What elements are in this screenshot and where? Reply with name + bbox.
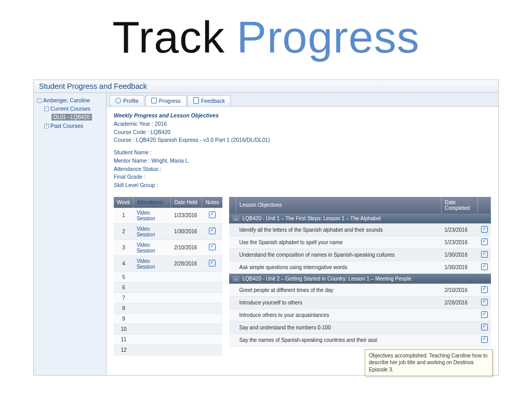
notes-cell[interactable]	[202, 223, 222, 240]
check-icon[interactable]	[481, 299, 488, 305]
col-week[interactable]: Week	[114, 197, 134, 208]
check-cell[interactable]	[478, 296, 491, 309]
check-cell[interactable]	[478, 236, 491, 248]
collapse-icon[interactable]: −	[37, 98, 42, 103]
tab-progress[interactable]: Progress	[145, 95, 187, 106]
objectives-table[interactable]: Lesson Objectives Date Completed ⌄LQB420…	[229, 197, 491, 347]
notes-icon[interactable]	[209, 228, 216, 234]
tree-past-courses[interactable]: + Past Courses	[43, 122, 104, 130]
attendance-cell[interactable]	[134, 303, 171, 313]
check-icon[interactable]	[481, 251, 488, 258]
notes-icon[interactable]	[209, 260, 216, 267]
date-completed-cell: 1/23/2016	[442, 223, 478, 236]
check-cell[interactable]	[478, 309, 491, 321]
course-value: LQB420 Spanish Express - v3.0 Part 1 (20…	[136, 137, 270, 143]
attendance-cell[interactable]: Video Session	[134, 240, 171, 256]
check-cell[interactable]	[478, 334, 491, 346]
code-label: Course Code :	[114, 129, 149, 135]
table-row[interactable]: 4Video Session2/28/2016	[114, 256, 222, 272]
student-tree[interactable]: − Amberger, Caroline − Current Courses D…	[36, 96, 104, 130]
check-icon[interactable]	[481, 226, 488, 233]
table-row[interactable]: 8	[114, 303, 222, 313]
notes-cell[interactable]	[202, 324, 222, 334]
objective-row[interactable]: Introduce others to your acquaintances	[229, 309, 491, 321]
objective-row[interactable]: Introduce yourself to others2/28/2016	[229, 296, 491, 309]
notes-cell[interactable]	[202, 256, 222, 272]
check-cell[interactable]	[478, 223, 491, 236]
check-icon[interactable]	[481, 311, 488, 318]
notes-cell[interactable]	[202, 313, 222, 324]
chevron-down-icon[interactable]: ⌄	[232, 216, 240, 221]
unit-header[interactable]: ⌄LQB420 - Unit 2 – Getting Started in Co…	[229, 273, 491, 284]
tree-course-leaf[interactable]: DL01 - LQB420	[50, 113, 104, 122]
col-notes[interactable]: Notes	[202, 197, 222, 208]
objective-row[interactable]: Use the Spanish alphabet to spell your n…	[229, 236, 491, 248]
date-completed-cell: 2/10/2016	[442, 284, 478, 296]
attendance-cell[interactable]	[134, 334, 171, 344]
tab-profile[interactable]: Profile	[110, 95, 144, 106]
objective-row[interactable]: Say and understand the numbers 0-100	[229, 321, 491, 334]
check-cell[interactable]	[478, 248, 491, 261]
col-date-held[interactable]: Date Held	[171, 197, 202, 208]
check-icon[interactable]	[481, 336, 488, 343]
weekly-table[interactable]: Week Attendance Date Held Notes 1Video S…	[114, 197, 223, 355]
check-icon[interactable]	[481, 263, 488, 270]
table-row[interactable]: 11	[114, 334, 222, 344]
notes-cell[interactable]	[202, 292, 222, 303]
table-row[interactable]: 9	[114, 313, 222, 324]
notes-cell[interactable]	[202, 334, 222, 344]
unit-header[interactable]: ⌄LQB420 - Unit 1 – The First Steps: Less…	[229, 214, 491, 224]
notes-cell[interactable]	[202, 272, 222, 282]
col-objective[interactable]: Lesson Objectives	[236, 197, 442, 214]
notes-cell[interactable]	[202, 282, 222, 292]
collapse-icon[interactable]: −	[44, 107, 49, 111]
tree-root[interactable]: − Amberger, Caroline	[36, 96, 104, 104]
table-row[interactable]: 5	[114, 272, 222, 282]
objective-row[interactable]: Ask simple questions using interrogative…	[229, 261, 491, 273]
window-title: Student Progress and Feedback	[34, 80, 498, 93]
attendance-cell[interactable]	[134, 272, 171, 282]
attendance-cell[interactable]: Video Session	[134, 256, 171, 272]
check-cell[interactable]	[478, 284, 491, 296]
table-row[interactable]: 7	[114, 292, 222, 303]
objective-row[interactable]: Say the names of Spanish-speaking countr…	[229, 334, 491, 346]
attendance-cell[interactable]	[134, 282, 171, 292]
table-row[interactable]: 10	[114, 324, 222, 334]
check-icon[interactable]	[481, 324, 488, 330]
notes-cell[interactable]	[202, 208, 222, 224]
check-cell[interactable]	[478, 321, 491, 334]
notes-icon[interactable]	[209, 244, 216, 250]
check-cell[interactable]	[478, 261, 491, 273]
tab-feedback[interactable]: Feedback	[188, 95, 231, 106]
notes-cell[interactable]	[202, 303, 222, 313]
table-row[interactable]: 1Video Session1/23/2016	[114, 208, 222, 224]
date-held-cell	[171, 282, 202, 292]
notes-cell[interactable]	[202, 344, 222, 355]
expand-icon[interactable]: +	[44, 124, 49, 128]
attendance-cell[interactable]	[134, 313, 171, 324]
check-icon[interactable]	[481, 286, 488, 293]
tree-current-courses[interactable]: − Current Courses	[43, 104, 104, 113]
col-date-completed[interactable]: Date Completed	[442, 197, 478, 214]
attendance-cell[interactable]	[134, 344, 171, 355]
objective-row[interactable]: Understand the composition of names in S…	[229, 248, 491, 261]
attendance-cell[interactable]: Video Session	[134, 223, 171, 240]
col-attendance[interactable]: Attendance	[134, 197, 171, 208]
check-icon[interactable]	[481, 238, 488, 245]
mentor-value: Wright, Maria L.	[151, 157, 190, 164]
attendance-cell[interactable]	[134, 324, 171, 334]
notes-icon[interactable]	[209, 211, 216, 218]
tables-row: Week Attendance Date Held Notes 1Video S…	[114, 197, 491, 355]
table-row[interactable]: 2Video Session1/30/2016	[114, 223, 222, 240]
notes-cell[interactable]	[202, 240, 222, 256]
table-row[interactable]: 6	[114, 282, 222, 292]
chevron-down-icon[interactable]: ⌄	[232, 276, 240, 282]
attendance-cell[interactable]	[134, 292, 171, 303]
objective-row[interactable]: Identify all the letters of the Spanish …	[229, 223, 491, 236]
attendance-cell[interactable]: Video Session	[134, 208, 171, 224]
feedback-icon	[193, 97, 199, 104]
date-held-cell	[171, 324, 202, 334]
objective-row[interactable]: Greet people at different times of the d…	[229, 284, 491, 296]
table-row[interactable]: 12	[114, 344, 222, 355]
table-row[interactable]: 3Video Session2/10/2016	[114, 240, 222, 256]
